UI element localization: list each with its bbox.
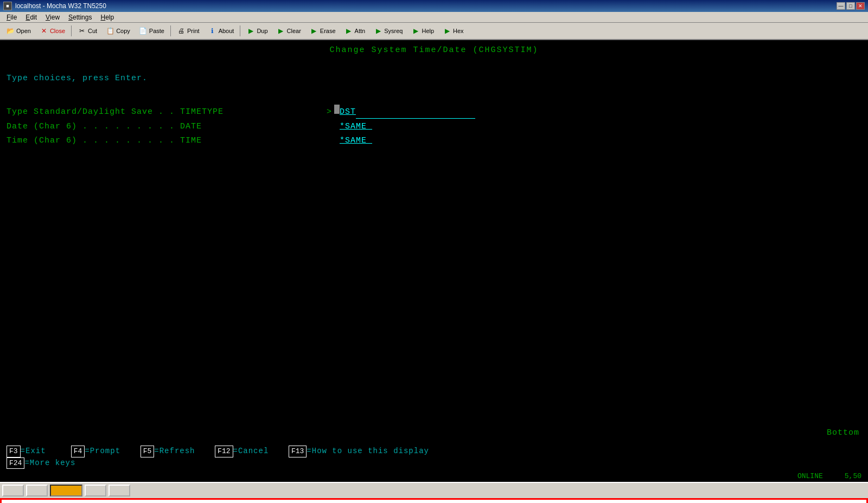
print-icon: 🖨 <box>177 27 186 35</box>
print-label: Print <box>187 28 200 34</box>
help-button[interactable]: ▶ Help <box>407 24 438 37</box>
app-icon: ■ <box>3 2 12 10</box>
titlebar-left: ■ localhost - Mocha W32 TN5250 <box>3 2 106 10</box>
copy-icon: 📋 <box>106 27 114 35</box>
clear-label: Clear <box>287 28 301 34</box>
taskbar-btn1[interactable] <box>2 485 24 496</box>
about-icon: ℹ <box>208 27 217 35</box>
close-window-button[interactable]: ✕ <box>856 2 865 10</box>
menu-view[interactable]: View <box>41 12 64 22</box>
help-icon: ▶ <box>411 27 420 35</box>
toolbar-sep3 <box>240 25 240 36</box>
f4-desc: =Prompt <box>85 447 136 455</box>
close-icon: ✕ <box>40 27 48 35</box>
f5-key[interactable]: F5 <box>141 446 155 457</box>
clear-button[interactable]: ▶ Clear <box>273 24 305 37</box>
titlebar-title: localhost - Mocha W32 TN5250 <box>15 2 106 10</box>
menu-help[interactable]: Help <box>96 12 118 22</box>
about-button[interactable]: ℹ About <box>205 24 238 37</box>
cut-icon: ✂ <box>78 27 86 35</box>
f13-desc: =How to use this display <box>307 447 429 455</box>
toolbar-sep1 <box>71 25 72 36</box>
attn-button[interactable]: ▶ Attn <box>341 24 369 37</box>
f3-desc: =Exit <box>21 447 67 455</box>
erase-icon: ▶ <box>310 27 318 35</box>
sysreq-label: Sysreq <box>384 28 403 34</box>
menubar: File Edit View Settings Help <box>0 12 868 23</box>
cut-button[interactable]: ✂ Cut <box>74 24 101 37</box>
notification-bar: 1/24/2010 9:07:08 AM This command must b… <box>0 498 868 503</box>
attn-label: Attn <box>355 28 366 34</box>
menu-edit[interactable]: Edit <box>21 12 41 22</box>
f12-desc: =Cancel <box>233 447 284 455</box>
taskbar-btn3[interactable] <box>50 485 82 496</box>
time-value[interactable]: *SAME <box>340 135 372 147</box>
copy-button[interactable]: 📋 Copy <box>102 24 134 37</box>
toolbar-sep2 <box>170 25 171 36</box>
f4-key[interactable]: F4 <box>71 446 85 457</box>
help-label: Help <box>422 28 434 34</box>
open-label: Open <box>16 28 31 34</box>
f3-key[interactable]: F3 <box>7 446 21 457</box>
date-label: Date (Char 6) . . . . . . . . . DATE <box>7 121 321 133</box>
sysreq-button[interactable]: ▶ Sysreq <box>370 24 406 37</box>
minimize-button[interactable]: — <box>837 2 845 10</box>
hex-button[interactable]: ▶ Hex <box>439 24 468 37</box>
print-button[interactable]: 🖨 Print <box>173 24 203 37</box>
paste-icon: 📄 <box>139 27 148 35</box>
status-position: 5,50 <box>845 472 861 480</box>
paste-button[interactable]: 📄 Paste <box>135 24 168 37</box>
bottom-text: Bottom <box>827 427 859 439</box>
field-date: Date (Char 6) . . . . . . . . . DATE *SA… <box>7 121 861 133</box>
hex-label: Hex <box>453 28 464 34</box>
attn-icon: ▶ <box>344 27 353 35</box>
titlebar: ■ localhost - Mocha W32 TN5250 — □ ✕ <box>0 0 868 12</box>
close-button[interactable]: ✕ Close <box>36 24 69 37</box>
taskbar-btn4[interactable] <box>85 485 106 496</box>
close-label: Close <box>50 28 65 34</box>
paste-label: Paste <box>149 28 164 34</box>
field-timetype: Type Standard/Daylight Save . . TIMETYPE… <box>7 105 861 119</box>
open-button[interactable]: 📂 Open <box>2 24 35 37</box>
status-online: ONLINE <box>797 472 823 480</box>
f24-key[interactable]: F24 <box>7 457 24 469</box>
copy-label: Copy <box>116 28 130 34</box>
terminal: Change System Time/Date (CHGSYSTIM) Type… <box>0 40 868 443</box>
erase-label: Erase <box>320 28 336 34</box>
dup-button[interactable]: ▶ Dup <box>242 24 271 37</box>
statusbar: ONLINE 5,50 <box>0 470 868 482</box>
menu-settings[interactable]: Settings <box>64 12 96 22</box>
menu-file[interactable]: File <box>2 12 21 22</box>
erase-button[interactable]: ▶ Erase <box>306 24 340 37</box>
date-value[interactable]: *SAME <box>340 121 372 133</box>
date-arrow <box>321 121 337 133</box>
f5-desc: =Refresh <box>154 447 210 455</box>
taskbar-btn2[interactable] <box>26 485 48 496</box>
f24-desc: =More keys <box>24 459 75 467</box>
dup-icon: ▶ <box>246 27 255 35</box>
dup-label: Dup <box>257 28 267 34</box>
taskbar <box>0 482 868 498</box>
fkeys: F3=Exit F4=Prompt F5=Refresh F12=Cancel … <box>0 443 868 470</box>
time-arrow <box>321 135 337 147</box>
timetype-label: Type Standard/Daylight Save . . TIMETYPE <box>7 106 321 118</box>
hex-icon: ▶ <box>443 27 451 35</box>
cut-label: Cut <box>88 28 97 34</box>
terminal-instruction: Type choices, press Enter. <box>7 73 861 85</box>
about-label: About <box>219 28 234 34</box>
timetype-value[interactable]: DST <box>340 106 475 119</box>
clear-icon: ▶ <box>277 27 285 35</box>
field-time: Time (Char 6) . . . . . . . . . TIME *SA… <box>7 135 861 147</box>
taskbar-btn5[interactable] <box>108 485 130 496</box>
titlebar-buttons[interactable]: — □ ✕ <box>837 2 865 10</box>
fkeys-row1: F3=Exit F4=Prompt F5=Refresh F12=Cancel … <box>7 446 861 457</box>
fkeys-row2: F24=More keys <box>7 457 861 469</box>
maximize-button[interactable]: □ <box>846 2 855 10</box>
f12-key[interactable]: F12 <box>215 446 233 457</box>
timetype-arrow: > <box>321 106 332 118</box>
cursor-block <box>334 105 340 114</box>
time-label: Time (Char 6) . . . . . . . . . TIME <box>7 135 321 147</box>
sysreq-icon: ▶ <box>374 27 382 35</box>
toolbar: 📂 Open ✕ Close ✂ Cut 📋 Copy 📄 Paste 🖨 Pr… <box>0 23 868 40</box>
f13-key[interactable]: F13 <box>289 446 307 457</box>
